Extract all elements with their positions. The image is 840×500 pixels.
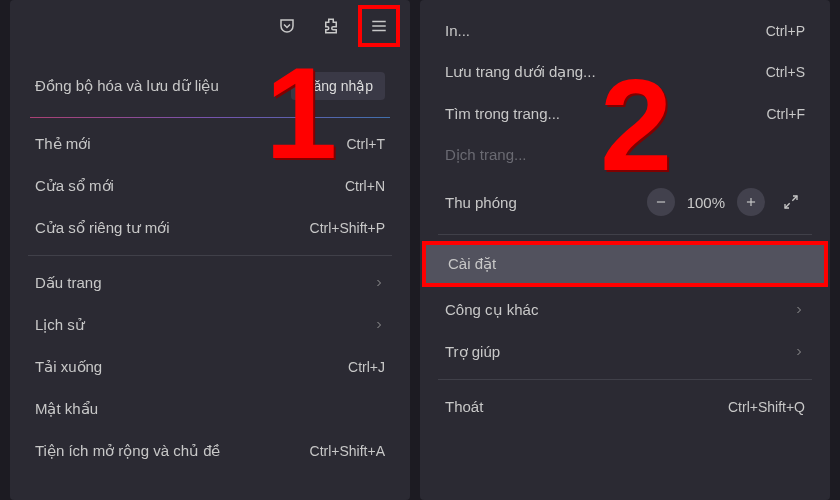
menu-item-shortcut: Ctrl+Shift+P [310, 220, 385, 236]
menu-panel-right: In... Ctrl+P Lưu trang dưới dạng... Ctrl… [420, 0, 830, 500]
menu-item-shortcut: Ctrl+S [766, 64, 805, 80]
menu-item-help[interactable]: Trợ giúp [420, 331, 830, 373]
menu-item-label: Dịch trang... [445, 146, 527, 164]
menu-item-settings-highlight[interactable]: Cài đặt [422, 241, 828, 287]
menu-item-shortcut: Ctrl+Shift+A [310, 443, 385, 459]
menu-item-label: Cửa sổ mới [35, 177, 114, 195]
sync-label: Đồng bộ hóa và lưu dữ liệu [35, 77, 219, 95]
menu-item-label: In... [445, 22, 470, 39]
chevron-right-icon [373, 277, 385, 289]
menu-item-new-tab[interactable]: Thẻ mới Ctrl+T [10, 123, 410, 165]
extensions-icon[interactable] [314, 9, 348, 43]
zoom-value: 100% [687, 194, 725, 211]
zoom-label: Thu phóng [445, 194, 635, 211]
menu-item-shortcut: Ctrl+Shift+Q [728, 399, 805, 415]
hamburger-menu-highlight [358, 5, 400, 47]
menu-item-find[interactable]: Tìm trong trang... Ctrl+F [420, 93, 830, 134]
menu-item-label: Tiện ích mở rộng và chủ đề [35, 442, 221, 460]
menu-item-label: Dấu trang [35, 274, 102, 292]
menu-panel-left: Đồng bộ hóa và lưu dữ liệu Đăng nhập Thẻ… [10, 0, 410, 500]
svg-line-7 [785, 203, 790, 208]
menu-item-shortcut: Ctrl+P [766, 23, 805, 39]
menu-item-label: Trợ giúp [445, 343, 500, 361]
svg-line-6 [792, 196, 797, 201]
chevron-right-icon [373, 319, 385, 331]
menu-item-more-tools[interactable]: Công cụ khác [420, 289, 830, 331]
menu-item-save-as[interactable]: Lưu trang dưới dạng... Ctrl+S [420, 51, 830, 93]
menu-item-shortcut: Ctrl+T [347, 136, 386, 152]
menu-item-downloads[interactable]: Tải xuống Ctrl+J [10, 346, 410, 388]
menu-item-shortcut: Ctrl+J [348, 359, 385, 375]
menu-item-exit[interactable]: Thoát Ctrl+Shift+Q [420, 386, 830, 427]
zoom-in-button[interactable] [737, 188, 765, 216]
menu-item-bookmarks[interactable]: Dấu trang [10, 262, 410, 304]
chevron-right-icon [793, 346, 805, 358]
menu-item-label: Cửa sổ riêng tư mới [35, 219, 170, 237]
menu-item-label: Tải xuống [35, 358, 102, 376]
zoom-row: Thu phóng 100% [420, 176, 830, 228]
menu-item-label: Tìm trong trang... [445, 105, 560, 122]
menu-item-label: Thoát [445, 398, 483, 415]
pocket-icon[interactable] [270, 9, 304, 43]
fullscreen-button[interactable] [777, 188, 805, 216]
menu-left-content: Đồng bộ hóa và lưu dữ liệu Đăng nhập Thẻ… [10, 55, 410, 477]
menu-item-label: Cài đặt [448, 255, 496, 273]
menu-item-new-window[interactable]: Cửa sổ mới Ctrl+N [10, 165, 410, 207]
menu-item-label: Mật khẩu [35, 400, 98, 418]
hamburger-icon[interactable] [362, 9, 396, 43]
menu-item-translate: Dịch trang... [420, 134, 830, 176]
signin-button[interactable]: Đăng nhập [291, 72, 385, 100]
menu-item-private-window[interactable]: Cửa sổ riêng tư mới Ctrl+Shift+P [10, 207, 410, 249]
menu-item-label: Lịch sử [35, 316, 85, 334]
menu-item-shortcut: Ctrl+F [767, 106, 806, 122]
menu-item-print[interactable]: In... Ctrl+P [420, 10, 830, 51]
menu-item-extensions-themes[interactable]: Tiện ích mở rộng và chủ đề Ctrl+Shift+A [10, 430, 410, 472]
menu-item-shortcut: Ctrl+N [345, 178, 385, 194]
menu-item-label: Lưu trang dưới dạng... [445, 63, 596, 81]
browser-toolbar [270, 5, 400, 47]
menu-item-passwords[interactable]: Mật khẩu [10, 388, 410, 430]
rainbow-divider [30, 117, 390, 118]
zoom-out-button[interactable] [647, 188, 675, 216]
chevron-right-icon [793, 304, 805, 316]
sync-row[interactable]: Đồng bộ hóa và lưu dữ liệu Đăng nhập [10, 60, 410, 112]
menu-item-label: Công cụ khác [445, 301, 538, 319]
divider [438, 379, 812, 380]
menu-item-label: Thẻ mới [35, 135, 91, 153]
menu-item-history[interactable]: Lịch sử [10, 304, 410, 346]
divider [438, 234, 812, 235]
divider [28, 255, 392, 256]
